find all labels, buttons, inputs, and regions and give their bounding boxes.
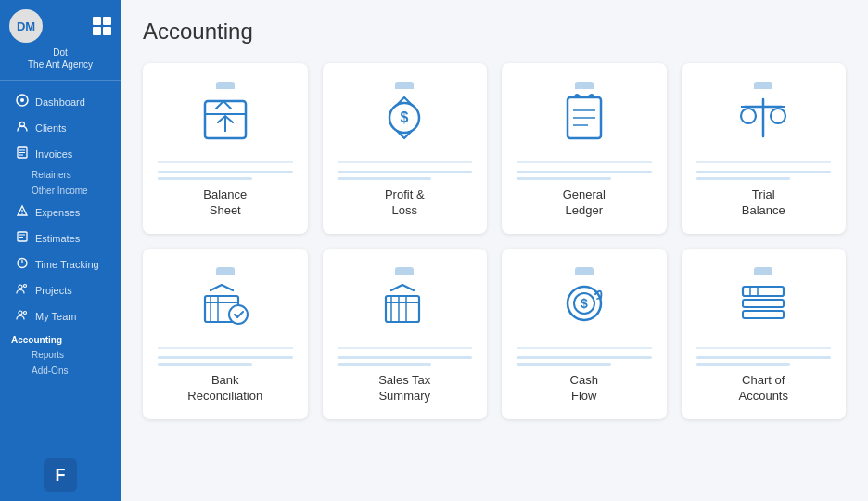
card-line-short	[696, 363, 791, 366]
cash-flow-icon: $	[552, 271, 617, 336]
estimates-label: Estimates	[35, 233, 80, 244]
sidebar-item-retainers[interactable]: Retainers	[0, 167, 121, 183]
sidebar-item-time-tracking[interactable]: Time Tracking	[4, 251, 117, 276]
card-label-general-ledger: General Ledger	[563, 187, 606, 219]
card-line-short	[338, 177, 432, 180]
card-divider	[338, 347, 473, 349]
card-trial-balance[interactable]: Trial Balance	[682, 63, 847, 234]
card-line	[696, 171, 832, 173]
user-company: The Ant Agency	[28, 58, 93, 71]
card-balance-sheet[interactable]: Balance Sheet	[143, 63, 308, 234]
card-label-cash-flow: Cash Flow	[570, 373, 598, 405]
card-divider	[158, 161, 293, 163]
card-divider	[696, 347, 832, 349]
card-divider	[338, 161, 473, 163]
card-lines	[158, 171, 293, 180]
card-lines	[338, 171, 473, 180]
card-divider	[158, 347, 293, 349]
svg-point-16	[19, 285, 22, 289]
card-chart-of-accounts[interactable]: Chart of Accounts	[682, 249, 847, 419]
card-line-short	[158, 363, 252, 366]
card-sales-tax-summary[interactable]: Sales Tax Summary	[323, 249, 488, 419]
svg-point-18	[19, 311, 22, 315]
card-label-trial-balance: Trial Balance	[742, 187, 785, 219]
clients-label: Clients	[35, 122, 67, 134]
dashboard-label: Dashboard	[35, 96, 85, 108]
svg-point-17	[24, 285, 27, 288]
user-name: Dot	[28, 46, 93, 58]
bank-reconciliation-icon	[193, 271, 258, 336]
sidebar-item-invoices[interactable]: Invoices	[4, 141, 117, 166]
sidebar-item-clients[interactable]: Clients	[4, 115, 117, 140]
card-lines	[696, 356, 832, 366]
svg-rect-47	[743, 287, 784, 296]
balance-sheet-icon	[193, 85, 258, 150]
invoices-label: Invoices	[35, 148, 72, 160]
sidebar-item-add-ons[interactable]: Add-Ons	[0, 363, 121, 379]
my-team-icon	[15, 308, 30, 324]
card-line	[338, 171, 473, 173]
dashboard-icon	[15, 94, 30, 109]
card-line	[158, 171, 293, 173]
sidebar: DM Dot The Ant Agency Dashboard Clients	[0, 0, 121, 501]
card-line-short	[517, 177, 611, 180]
card-line-short	[338, 363, 432, 366]
card-divider	[517, 347, 652, 349]
svg-point-33	[771, 109, 785, 123]
sidebar-nav: Dashboard Clients Invoices Retainers Oth…	[0, 81, 121, 449]
freshbooks-logo: F	[44, 458, 77, 492]
svg-point-9	[21, 213, 22, 214]
card-label-bank-reconciliation: Bank Reconciliation	[187, 373, 262, 405]
svg-point-19	[24, 312, 27, 315]
card-line	[517, 171, 652, 173]
card-general-ledger[interactable]: General Ledger	[502, 63, 667, 234]
sidebar-header: DM Dot The Ant Agency	[0, 9, 121, 81]
avatar[interactable]: DM	[9, 9, 43, 43]
accounting-cards-grid: Balance Sheet $ Profit &	[143, 63, 846, 419]
sales-tax-summary-icon	[372, 271, 437, 336]
chart-of-accounts-icon	[731, 271, 796, 336]
card-line	[158, 356, 293, 359]
card-divider	[517, 161, 652, 163]
card-cash-flow[interactable]: $ Cash Flow	[502, 249, 667, 419]
card-line-short	[158, 177, 252, 180]
card-lines	[696, 171, 832, 180]
sidebar-item-projects[interactable]: Projects	[4, 277, 117, 302]
grid-menu-icon[interactable]	[93, 17, 111, 35]
card-line-short	[517, 363, 611, 366]
general-ledger-icon	[552, 85, 617, 150]
card-line	[517, 356, 652, 359]
card-lines	[517, 171, 652, 180]
expenses-icon	[15, 204, 30, 220]
my-team-label: My Team	[35, 311, 76, 322]
card-label-balance-sheet: Balance Sheet	[203, 187, 247, 219]
svg-rect-48	[743, 300, 784, 307]
card-label-chart-of-accounts: Chart of Accounts	[739, 373, 788, 405]
card-label-sales-tax-summary: Sales Tax Summary	[378, 373, 430, 405]
card-lines	[158, 356, 293, 366]
clients-icon	[15, 120, 30, 135]
card-line	[696, 356, 832, 359]
profit-loss-icon: $	[372, 85, 437, 150]
projects-label: Projects	[35, 285, 72, 296]
card-lines	[338, 356, 473, 366]
expenses-label: Expenses	[35, 207, 80, 218]
invoices-icon	[15, 146, 30, 161]
card-profit-loss[interactable]: $ Profit & Loss	[323, 63, 488, 234]
svg-text:$: $	[581, 296, 588, 311]
sidebar-item-dashboard[interactable]: Dashboard	[4, 89, 117, 114]
sidebar-item-other-income[interactable]: Other Income	[0, 183, 121, 199]
svg-point-1	[20, 98, 24, 102]
sidebar-item-reports[interactable]: Reports	[0, 347, 121, 363]
card-line	[338, 356, 473, 359]
sidebar-item-expenses[interactable]: Expenses	[4, 199, 117, 225]
accounting-section-label: Accounting	[0, 329, 121, 347]
svg-point-32	[741, 109, 756, 123]
sidebar-item-estimates[interactable]: Estimates	[4, 225, 117, 250]
svg-text:$: $	[401, 109, 409, 125]
time-tracking-label: Time Tracking	[35, 259, 99, 270]
sidebar-item-my-team[interactable]: My Team	[4, 303, 117, 328]
card-bank-reconciliation[interactable]: Bank Reconciliation	[143, 249, 308, 419]
card-line-short	[696, 177, 791, 180]
user-info: Dot The Ant Agency	[28, 46, 93, 71]
